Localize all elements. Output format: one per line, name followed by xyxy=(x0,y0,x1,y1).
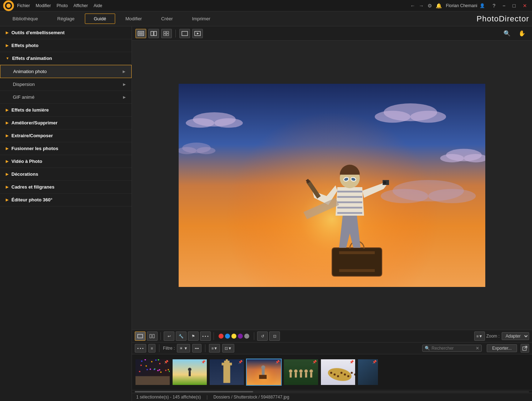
separator xyxy=(254,332,254,340)
sidebar-item-outils[interactable]: ▶ Outils d'embellissement xyxy=(0,26,132,39)
sidebar-item-video[interactable]: ▶ Vidéo à Photo xyxy=(0,155,132,168)
thumbnail-4[interactable]: 📌 xyxy=(246,359,282,386)
open-external-btn[interactable] xyxy=(521,344,529,353)
sidebar-label-gif: GIF animé xyxy=(13,94,35,100)
menu-aide[interactable]: Aide xyxy=(94,3,102,8)
titlebar-action-icons: ← → ⚙ 🔔 xyxy=(410,3,442,9)
notification-icon[interactable]: 🔔 xyxy=(436,3,442,9)
filmstrip-view-dots-btn[interactable]: • • • xyxy=(135,344,146,353)
sort-btn[interactable]: ≡▼ xyxy=(474,331,485,341)
tab-bibliotheque[interactable]: Bibliothèque xyxy=(4,14,47,24)
color-gray[interactable] xyxy=(244,334,249,339)
menu-fichier[interactable]: Fichier xyxy=(17,3,30,8)
minimize-button[interactable]: − xyxy=(500,2,507,9)
redo-icon[interactable]: → xyxy=(419,3,424,9)
maximize-button[interactable]: □ xyxy=(511,2,518,9)
clear-search-icon[interactable]: ✕ xyxy=(476,346,479,351)
settings-icon[interactable]: ⚙ xyxy=(428,3,432,9)
menu-photo[interactable]: Photo xyxy=(57,3,68,8)
sort-filmstrip-btn[interactable]: ≡▼ xyxy=(209,344,220,353)
arrow-icon: ▶ xyxy=(6,121,9,125)
zoom-label: Zoom : xyxy=(486,334,500,339)
rotate-btn[interactable]: ↩ xyxy=(164,331,174,341)
view-fullscreen-btn[interactable] xyxy=(179,29,190,38)
view-single-small-btn[interactable] xyxy=(135,331,145,341)
search-input[interactable] xyxy=(431,346,474,351)
sidebar-item-editeur360[interactable]: ▶ Éditeur photo 360° xyxy=(0,194,132,206)
separator xyxy=(175,30,176,37)
search-icon[interactable]: 🔍 xyxy=(501,29,513,38)
scrollbar-thumb[interactable] xyxy=(135,391,253,392)
filter-btn[interactable]: ☀▼ xyxy=(177,344,190,353)
color-blue[interactable] xyxy=(225,334,230,339)
tab-modifier[interactable]: Modifier xyxy=(117,14,151,24)
view-single-btn[interactable] xyxy=(135,29,146,38)
refresh-btn[interactable]: ↺ xyxy=(257,331,268,341)
tab-guide[interactable]: Guidé xyxy=(85,14,115,24)
sidebar-item-animation-photo[interactable]: Animation photo ▶ xyxy=(0,65,132,78)
window-controls: ? − □ ✕ xyxy=(491,2,529,9)
sidebar-label-extraire: Extraire/Composer xyxy=(11,133,53,138)
more-btn[interactable]: • • • xyxy=(200,331,211,341)
pin-icon: 📌 xyxy=(372,360,377,364)
thumbnail-2[interactable]: 📌 xyxy=(172,359,208,386)
undo-icon[interactable]: ← xyxy=(410,3,415,9)
tab-reglage[interactable]: Réglage xyxy=(48,14,83,24)
svg-marker-13 xyxy=(197,32,199,35)
thumbnail-7[interactable]: 📌 xyxy=(357,359,379,386)
chevron-right-icon: ▶ xyxy=(123,95,126,99)
view-compare-small-btn[interactable] xyxy=(147,331,158,341)
sidebar-label-ameliorer: Améliorer/Supprimer xyxy=(11,120,57,125)
zoom-select[interactable]: Adapter 25% 50% 75% 100% 150% 200% xyxy=(502,332,529,340)
sidebar-item-effets-photo[interactable]: ▶ Effets photo xyxy=(0,39,132,52)
crop-btn[interactable]: ⊡ xyxy=(269,331,280,341)
sidebar-label-animation-photo: Animation photo xyxy=(13,69,47,74)
sidebar-label-effets-photo: Effets photo xyxy=(11,43,39,48)
tab-imprimer[interactable]: Imprimer xyxy=(183,14,219,24)
thumbnail-1[interactable]: 📌 xyxy=(135,359,170,386)
scrollbar-track[interactable] xyxy=(135,391,529,392)
filter-more-btn[interactable]: ••• xyxy=(192,344,201,353)
close-button[interactable]: ✕ xyxy=(521,2,529,9)
color-yellow[interactable] xyxy=(231,334,236,339)
export-button[interactable]: Exporter... xyxy=(487,344,517,352)
view-slideshow-btn[interactable] xyxy=(192,29,203,38)
thumbnail-5[interactable]: 📌 xyxy=(283,359,319,386)
view-compare-btn[interactable] xyxy=(148,29,159,38)
menu-afficher[interactable]: Afficher xyxy=(73,3,88,8)
sidebar-item-dispersion[interactable]: Dispersion ▶ xyxy=(0,78,132,91)
sidebar-item-effets-animation[interactable]: ▼ Effets d'animation xyxy=(0,52,132,65)
sidebar-label-editeur360: Éditeur photo 360° xyxy=(11,197,52,202)
sidebar-item-fusionner[interactable]: ▶ Fusionner les photos xyxy=(0,142,132,155)
sidebar-item-effets-lumiere[interactable]: ▶ Effets de lumière xyxy=(0,104,132,117)
pin-icon: 📌 xyxy=(201,360,205,364)
image-preview xyxy=(132,41,532,330)
tab-creer[interactable]: Créer xyxy=(152,14,182,24)
help-button[interactable]: ? xyxy=(491,2,498,9)
color-purple[interactable] xyxy=(238,334,243,339)
arrow-icon: ▶ xyxy=(6,159,9,163)
sidebar-label-cadres: Cadres et filigranes xyxy=(11,184,55,190)
sidebar-label-effets-animation: Effets d'animation xyxy=(12,56,52,61)
view-grid-btn[interactable] xyxy=(161,29,172,38)
sidebar-item-ameliorer[interactable]: ▶ Améliorer/Supprimer xyxy=(0,117,132,129)
sidebar-item-gif[interactable]: GIF animé ▶ xyxy=(0,91,132,104)
color-red[interactable] xyxy=(219,334,224,339)
thumbnail-3[interactable]: 📌 xyxy=(209,359,245,386)
svg-rect-7 xyxy=(164,31,166,33)
user-info: Florian Chemani 👤 xyxy=(446,3,485,8)
sidebar-item-cadres[interactable]: ▶ Cadres et filigranes xyxy=(0,181,132,194)
hand-icon[interactable]: ✋ xyxy=(516,29,528,38)
thumbnail-6[interactable]: 📌 xyxy=(320,359,356,386)
filmstrip-list-btn[interactable]: ≡ xyxy=(148,344,155,353)
svg-rect-11 xyxy=(182,31,188,36)
adjust-btn[interactable]: 🔧 xyxy=(176,331,186,341)
svg-rect-14 xyxy=(138,334,143,338)
display-btn[interactable]: ⊡▼ xyxy=(222,344,234,353)
flag-btn[interactable]: ⚑ xyxy=(188,331,199,341)
sidebar-item-extraire[interactable]: ▶ Extraire/Composer xyxy=(0,129,132,142)
menu-modifier[interactable]: Modifier xyxy=(36,3,51,8)
sidebar-item-decorations[interactable]: ▶ Décorations xyxy=(0,168,132,181)
filmstrip: 📌 📌 📌 📌 📌 📌 xyxy=(132,354,532,390)
pin-icon: 📌 xyxy=(164,360,168,364)
